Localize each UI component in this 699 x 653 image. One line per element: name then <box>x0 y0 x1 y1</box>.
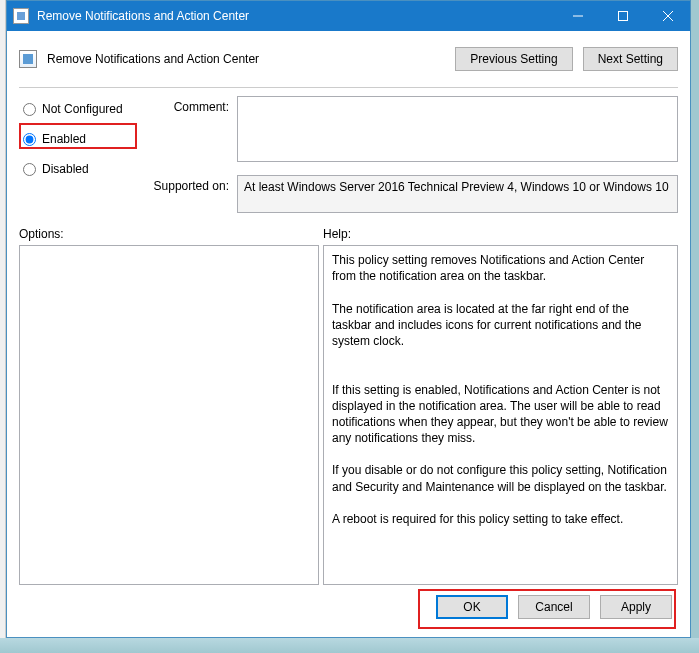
dialog-content: Remove Notifications and Action Center P… <box>7 31 690 637</box>
header-divider <box>19 87 678 88</box>
radio-disabled[interactable]: Disabled <box>19 160 137 178</box>
dialog-footer: OK Cancel Apply <box>19 585 678 627</box>
radio-not-configured[interactable]: Not Configured <box>19 100 137 118</box>
help-pane: This policy setting removes Notification… <box>323 245 678 585</box>
supported-on-label: Supported on: <box>137 175 237 193</box>
ok-button[interactable]: OK <box>436 595 508 619</box>
radio-disabled-input[interactable] <box>23 163 36 176</box>
state-radio-group: Not Configured Enabled Disabled <box>19 96 137 178</box>
comment-wrap <box>237 96 678 165</box>
titlebar: Remove Notifications and Action Center <box>7 1 690 31</box>
settings-grid: Not Configured Enabled Disabled Comment:… <box>19 96 678 213</box>
radio-enabled[interactable]: Enabled <box>19 130 137 148</box>
previous-setting-button[interactable]: Previous Setting <box>455 47 572 71</box>
svg-rect-1 <box>618 12 627 21</box>
help-label: Help: <box>323 227 351 241</box>
radio-enabled-input[interactable] <box>23 133 36 146</box>
comment-label: Comment: <box>137 96 237 114</box>
cancel-button[interactable]: Cancel <box>518 595 590 619</box>
next-setting-button[interactable]: Next Setting <box>583 47 678 71</box>
background-bottom <box>0 638 699 653</box>
window-icon <box>13 8 29 24</box>
radio-not-configured-label: Not Configured <box>42 102 123 116</box>
pane-labels-row: Options: Help: <box>19 227 678 241</box>
comment-input[interactable] <box>237 96 678 162</box>
radio-enabled-label: Enabled <box>42 132 86 146</box>
close-button[interactable] <box>645 1 690 31</box>
policy-icon <box>19 50 37 68</box>
supported-on-value: At least Windows Server 2016 Technical P… <box>237 175 678 213</box>
apply-button[interactable]: Apply <box>600 595 672 619</box>
dialog-window: Remove Notifications and Action Center R… <box>6 0 691 638</box>
radio-disabled-label: Disabled <box>42 162 89 176</box>
maximize-button[interactable] <box>600 1 645 31</box>
window-title: Remove Notifications and Action Center <box>37 9 249 23</box>
minimize-button[interactable] <box>555 1 600 31</box>
radio-not-configured-input[interactable] <box>23 103 36 116</box>
panes-row: This policy setting removes Notification… <box>19 245 678 585</box>
options-pane <box>19 245 319 585</box>
header-row: Remove Notifications and Action Center P… <box>19 41 678 77</box>
policy-name-label: Remove Notifications and Action Center <box>47 52 259 66</box>
options-label: Options: <box>19 227 323 241</box>
